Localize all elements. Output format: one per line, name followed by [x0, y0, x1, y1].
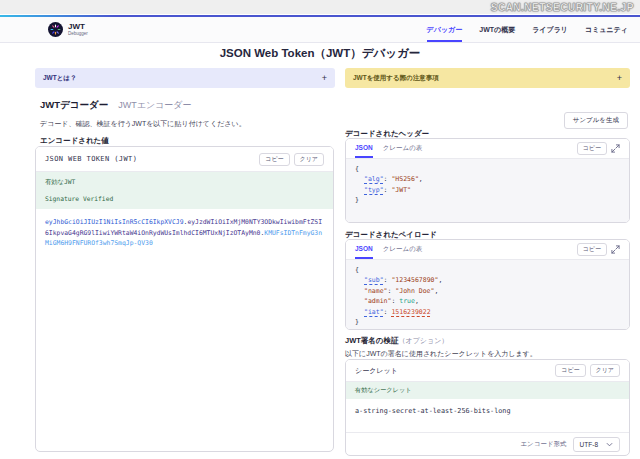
encoding-format-label: エンコード形式	[520, 440, 566, 449]
expand-icon[interactable]	[611, 144, 620, 153]
copy-button[interactable]: コピー	[577, 243, 607, 256]
brand-subtitle: Debugger	[68, 31, 88, 36]
main-nav: デバッガー JWTの概要 ライブラリ コミュニティ	[427, 17, 628, 42]
jwt-status-banner: 有効なJWT Signature Verified	[36, 172, 333, 209]
page-title: JSON Web Token（JWT）デバッガー	[0, 46, 640, 61]
plus-icon: +	[617, 74, 622, 83]
tab-json[interactable]: JSON	[355, 139, 373, 158]
app-header: JWT Debugger デバッガー JWTの概要 ライブラリ コミュニティ	[0, 17, 640, 43]
encoded-value-label: エンコードされた値	[40, 136, 109, 146]
encoded-jwt-card: JSON WEB TOKEN (JWT) コピー クリア 有効なJWT Sign…	[35, 146, 334, 452]
decoded-header-tabbar: JSON クレームの表 コピー	[346, 139, 629, 159]
encoded-card-header: JSON WEB TOKEN (JWT) コピー クリア	[36, 147, 333, 172]
status-valid-secret: 有効なシークレット	[355, 386, 620, 395]
brand-title: JWT	[68, 23, 88, 31]
secret-card: シークレット コピー クリア 有効なシークレット a-string-secret…	[345, 359, 630, 456]
status-signature-verified: Signature Verified	[45, 195, 324, 202]
accordion-jwt-warning-label: JWTを使用する際の注意事項	[353, 74, 439, 83]
accordion-jwt-warning[interactable]: JWTを使用する際の注意事項 +	[345, 68, 630, 88]
secret-status-banner: 有効なシークレット	[346, 382, 629, 399]
signature-optional-text: （オプション）	[399, 337, 449, 344]
secret-card-title: シークレット	[355, 366, 398, 376]
decoded-payload-tabbar: JSON クレームの表 コピー	[346, 240, 629, 260]
decoder-description: デコード、確認、検証を行うJWTを以下に貼り付けてください。	[40, 119, 246, 129]
signature-title-text: JWT署名の検証	[345, 336, 399, 345]
nav-debugger[interactable]: デバッガー	[427, 17, 463, 42]
tab-json[interactable]: JSON	[355, 240, 373, 259]
mode-tabs: JWTデコーダー JWTエンコーダー	[40, 99, 192, 112]
accordion-what-is-jwt[interactable]: JWTとは？ +	[35, 68, 335, 88]
signature-description: 以下にJWTの署名に使用されたシークレットを入力します。	[345, 349, 537, 359]
clear-button[interactable]: クリア	[590, 364, 620, 377]
generate-sample-button[interactable]: サンプルを生成	[564, 112, 628, 129]
decoded-header-json[interactable]: { "alg": "HS256", "typ": "JWT" }	[346, 159, 629, 222]
plus-icon: +	[322, 74, 327, 83]
copy-button[interactable]: コピー	[577, 142, 607, 155]
encoding-format-select[interactable]: UTF-8	[573, 437, 620, 452]
jwt-logo-icon	[48, 22, 63, 37]
status-valid-jwt: 有効なJWT	[45, 178, 324, 187]
decoded-header-card: JSON クレームの表 コピー { "alg": "HS256", "typ":…	[345, 138, 630, 223]
watermark-text: SCAN.NETSECURITY.NE.JP	[491, 2, 634, 13]
secret-card-footer: エンコード形式 UTF-8	[346, 432, 629, 455]
copy-button[interactable]: コピー	[555, 364, 585, 377]
secret-input[interactable]: a-string-secret-at-least-256-bits-long	[346, 399, 629, 432]
encoded-jwt-input[interactable]: eyJhbGciOiJIUzI1NiIsInR5cCI6IkpXVCJ9.eyJ…	[36, 209, 333, 257]
tab-jwt-encoder[interactable]: JWTエンコーダー	[118, 99, 191, 112]
accordion-what-is-jwt-label: JWTとは？	[43, 74, 77, 83]
tab-claims-table[interactable]: クレームの表	[383, 139, 423, 158]
encoding-format-value: UTF-8	[580, 441, 598, 448]
nav-community[interactable]: コミュニティ	[585, 17, 628, 42]
tab-jwt-decoder[interactable]: JWTデコーダー	[40, 99, 108, 112]
nav-jwt-overview[interactable]: JWTの概要	[479, 17, 515, 42]
decoded-payload-card: JSON クレームの表 コピー { "sub": "1234567890", "…	[345, 239, 630, 330]
secret-card-header: シークレット コピー クリア	[346, 360, 629, 382]
jwt-logo[interactable]: JWT Debugger	[48, 22, 88, 37]
watermark-bar: SCAN.NETSECURITY.NE.JP	[0, 0, 640, 14]
clear-button[interactable]: クリア	[294, 153, 324, 166]
decoded-payload-json[interactable]: { "sub": "1234567890", "name": "John Doe…	[346, 260, 629, 329]
nav-libraries[interactable]: ライブラリ	[532, 17, 568, 42]
signature-section-title: JWT署名の検証（オプション）	[345, 336, 448, 346]
expand-icon[interactable]	[611, 245, 620, 254]
encoded-card-title: JSON WEB TOKEN (JWT)	[45, 155, 137, 163]
tab-claims-table[interactable]: クレームの表	[383, 240, 423, 259]
chevron-down-icon	[606, 442, 613, 447]
token-header-segment: eyJhbGciOiJIUzI1NiIsInR5cCI6IkpXVCJ9	[45, 218, 184, 226]
copy-button[interactable]: コピー	[259, 153, 289, 166]
